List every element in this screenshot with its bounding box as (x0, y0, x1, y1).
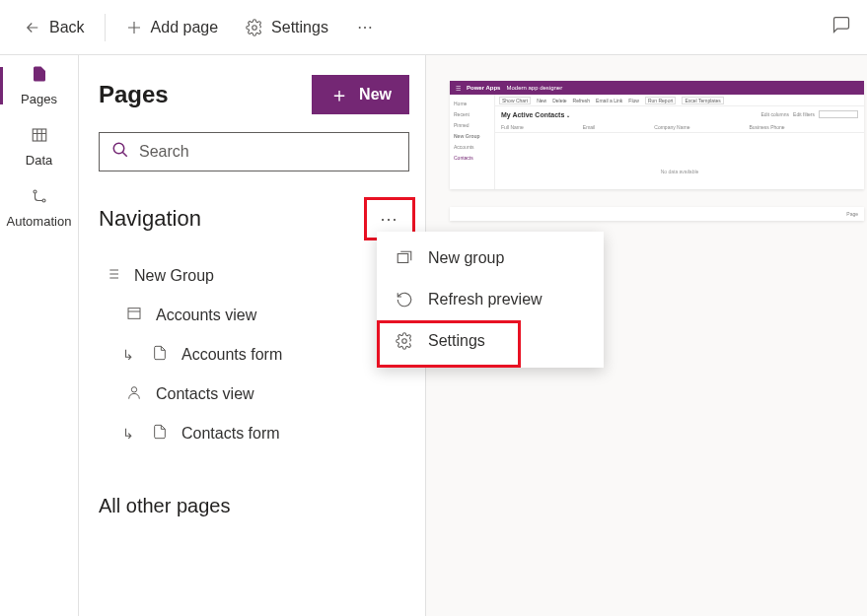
preview-side-recent: Recent (452, 109, 492, 120)
chat-icon[interactable] (831, 15, 855, 39)
preview-titlebar: ☰ Power Apps Modern app designer (450, 81, 864, 95)
context-menu: New group Refresh preview Settings (377, 232, 604, 368)
left-rail: Pages Data Automation (0, 55, 79, 616)
subform-arrow-icon: ↳ (122, 426, 134, 442)
navigation-header: Navigation ⋯ (99, 197, 409, 240)
group-add-icon (395, 249, 414, 267)
rail-pages-label: Pages (21, 92, 57, 106)
cmd-flow: Flow (628, 98, 639, 103)
settings-label: Settings (271, 19, 328, 36)
preview-main: Show Chart New Delete Refresh Email a Li… (495, 95, 864, 189)
svg-point-3 (42, 199, 45, 202)
preview-side-accounts: Accounts (452, 142, 492, 153)
new-button[interactable]: ＋ New (312, 75, 409, 114)
tree-item-label: Contacts form (181, 425, 280, 443)
col-email: Email (583, 124, 596, 130)
preview-side-pinned: Pinned (452, 120, 492, 131)
form-icon (150, 345, 170, 365)
ctx-new-group-label: New group (428, 249, 504, 267)
more-icon: ⋯ (380, 208, 399, 230)
cmd-new: New (537, 98, 546, 103)
svg-point-4 (113, 143, 124, 154)
tree-item-contacts-view[interactable]: Contacts view (99, 375, 409, 414)
toolbar-overflow-button[interactable]: ⋯ (344, 11, 386, 44)
plus-icon (125, 19, 143, 36)
tree-item-label: Accounts form (181, 346, 282, 364)
preview-side-group: New Group (452, 131, 492, 142)
rail-pages[interactable]: Pages (0, 55, 79, 116)
preview-footer: Page (450, 207, 864, 221)
ctx-settings-label: Settings (428, 332, 485, 350)
tree-item-accounts-view[interactable]: Accounts view (99, 296, 409, 335)
settings-button[interactable]: Settings (234, 11, 340, 44)
preview-frame: ☰ Power Apps Modern app designer Home Re… (450, 81, 864, 189)
rail-data[interactable]: Data (0, 116, 79, 177)
svg-rect-7 (397, 254, 408, 263)
back-label: Back (49, 19, 85, 36)
svg-rect-5 (128, 308, 140, 319)
add-page-label: Add page (151, 19, 219, 36)
svg-point-8 (402, 339, 407, 344)
col-phone: Business Phone (749, 124, 784, 130)
preview-columns: Full Name Email Company Name Business Ph… (495, 122, 864, 133)
top-toolbar: Back Add page Settings ⋯ (0, 0, 867, 55)
tree-group-label: New Group (134, 267, 214, 285)
gear-icon (395, 332, 414, 350)
svg-point-6 (131, 387, 136, 392)
search-input[interactable] (139, 143, 397, 161)
svg-point-2 (34, 190, 36, 193)
edit-columns-label: Edit columns (760, 111, 789, 117)
tree-item-label: Contacts view (156, 385, 254, 403)
rail-automation[interactable]: Automation (0, 177, 79, 239)
preview-empty-msg: No data available (495, 133, 864, 174)
cmd-delete: Delete (552, 98, 566, 103)
preview-side-contacts: Contacts (452, 153, 492, 164)
flow-icon (31, 187, 48, 210)
rail-automation-label: Automation (7, 214, 72, 229)
preview-view-title: My Active Contacts ⌄ (501, 111, 570, 118)
rail-data-label: Data (26, 153, 52, 168)
list-icon (103, 266, 122, 286)
preview-brand: Power Apps (467, 85, 500, 91)
preview-footer-page: Page (846, 211, 858, 217)
more-icon: ⋯ (356, 19, 374, 36)
preview-app-name: Modern app designer (506, 85, 562, 91)
cmd-run-report: Run Report (645, 97, 677, 104)
svg-rect-1 (33, 129, 46, 141)
person-icon (124, 384, 144, 404)
new-label: New (359, 86, 392, 103)
tree-item-contacts-form[interactable]: ↳ Contacts form (99, 414, 409, 453)
ctx-new-group[interactable]: New group (377, 238, 604, 279)
cmd-show-chart: Show Chart (499, 97, 531, 104)
cmd-email: Email a Link (596, 98, 622, 103)
filter-keyword-box (819, 110, 858, 118)
add-page-button[interactable]: Add page (113, 11, 231, 44)
ctx-settings[interactable]: Settings (377, 320, 604, 362)
pane-header: Pages ＋ New (99, 75, 409, 114)
table-icon (31, 126, 48, 149)
tree-item-accounts-form[interactable]: ↳ Accounts form (99, 335, 409, 375)
cmd-refresh: Refresh (573, 98, 591, 103)
pages-pane: Pages ＋ New Navigation ⋯ New Group Accou… (79, 55, 426, 616)
plus-icon: ＋ (329, 85, 349, 104)
view-icon (124, 306, 144, 325)
col-name: Full Name (501, 124, 524, 130)
ctx-refresh-label: Refresh preview (428, 291, 542, 308)
toolbar-separator (105, 14, 106, 41)
tree-group[interactable]: New Group (99, 256, 409, 296)
back-button[interactable]: Back (12, 11, 97, 44)
all-other-pages-title: All other pages (99, 495, 409, 517)
search-box[interactable] (99, 132, 409, 171)
preview-filter-row: Edit columns Edit filters (760, 110, 858, 118)
ctx-refresh-preview[interactable]: Refresh preview (377, 279, 604, 320)
refresh-icon (395, 291, 414, 308)
tree-item-label: Accounts view (156, 307, 256, 324)
pane-title: Pages (99, 81, 169, 108)
search-icon (111, 141, 129, 164)
cmd-excel: Excel Templates (682, 97, 723, 104)
col-company: Company Name (654, 124, 689, 130)
edit-filters-label: Edit filters (793, 111, 815, 117)
gear-icon (246, 19, 263, 36)
preview-view-header: My Active Contacts ⌄ Edit columns Edit f… (495, 106, 864, 122)
preview-side-home: Home (452, 99, 492, 109)
